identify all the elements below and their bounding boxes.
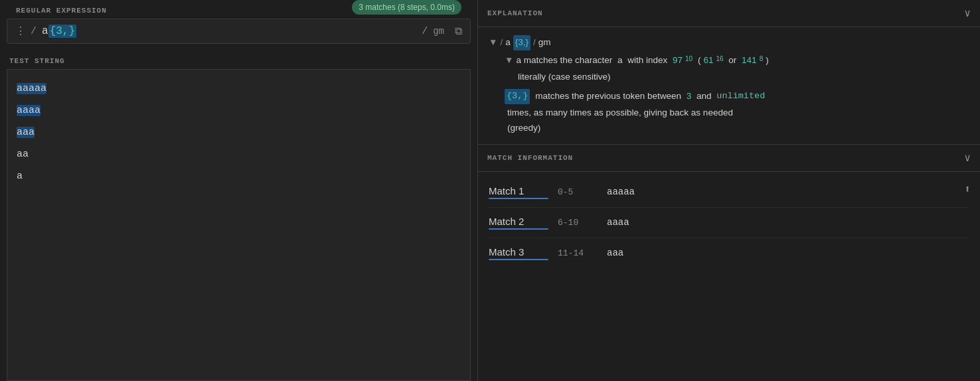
- exp-paren-open: (: [695, 53, 700, 68]
- share-icon[interactable]: ⬆: [964, 183, 971, 196]
- exp-matches-prev-text: matches the previous token between: [532, 89, 683, 104]
- explanation-header: EXPLANATION ∨: [478, 0, 980, 27]
- exp-num-3: 3: [687, 89, 692, 104]
- match-info-chevron[interactable]: ∨: [964, 151, 971, 165]
- exp-quantifier: {3,}: [513, 35, 531, 50]
- regex-content[interactable]: a{3,}: [42, 25, 416, 38]
- exp-regex-line: ▼ / a{3,} / gm: [489, 35, 969, 50]
- left-panel: REGULAR EXPRESSION 3 matches (8 steps, 0…: [0, 0, 478, 381]
- match-3-label: Match 3: [489, 246, 524, 258]
- exp-bracket-token: {3,}: [505, 89, 530, 104]
- test-line-4: aa: [17, 143, 461, 165]
- match-1-underline: [489, 198, 548, 199]
- exp-flags: gm: [538, 35, 551, 50]
- exp-index-61: 61: [703, 53, 713, 68]
- match-2-highlight: aaaa: [17, 105, 41, 116]
- exp-paren-close: ): [766, 53, 769, 68]
- regex-slash-open: /: [31, 26, 37, 37]
- match-1-label-wrapper: Match 1: [489, 185, 548, 199]
- match-item-3: Match 3 11-14 aaa: [489, 238, 969, 268]
- exp-quantifier-desc: {3,} matches the previous token between …: [505, 89, 969, 104]
- exp-literally-text: literally (case sensitive): [518, 72, 611, 82]
- regex-slash-close: /: [422, 26, 428, 37]
- exp-a-char: a: [617, 53, 623, 68]
- regex-menu-icon[interactable]: ⋮: [15, 25, 25, 38]
- match-1-highlight: aaaaa: [17, 83, 46, 94]
- exp-and-text: and: [694, 89, 714, 104]
- match-1-label: Match 1: [489, 185, 524, 196]
- exp-literally-line: literally (case sensitive): [505, 70, 969, 85]
- copy-button[interactable]: ⧉: [455, 25, 462, 38]
- explanation-title: EXPLANATION: [487, 9, 543, 17]
- exp-sub-16: 16: [716, 53, 723, 64]
- exp-sub-10: 10: [685, 53, 693, 64]
- regex-bar: ⋮ / a{3,} / gm ⧉: [7, 19, 471, 44]
- right-panel: EXPLANATION ∨ ▼ / a{3,} / gm ▼ a matches…: [478, 0, 980, 381]
- match-3-value: aaa: [607, 248, 623, 258]
- explanation-chevron[interactable]: ∨: [964, 7, 971, 20]
- exp-with-index-text: with index: [625, 53, 670, 68]
- matches-badge: 3 matches (8 steps, 0.0ms): [352, 0, 461, 15]
- test-line-5: a: [17, 165, 461, 187]
- match-items-container: ⬆ Match 1 0-5 aaaaa Match 2 6-10 aaaa: [478, 172, 980, 273]
- exp-slash2: /: [533, 35, 536, 50]
- exp-slash1: /: [500, 35, 503, 50]
- regex-section-label: REGULAR EXPRESSION: [7, 0, 116, 19]
- regex-quantifier: {3,}: [48, 25, 76, 38]
- exp-unlimited-text: unlimited: [716, 89, 765, 104]
- match-2-underline: [489, 228, 548, 230]
- exp-times-text: times, as many times as possible, giving…: [507, 108, 733, 117]
- match-info-section: MATCH INFORMATION ∨ ⬆ Match 1 0-5 aaaaa …: [478, 145, 980, 381]
- test-string-area[interactable]: aaaaa aaaa aaa aa a: [7, 69, 471, 381]
- match-3-label-wrapper: Match 3: [489, 246, 548, 260]
- exp-index-97: 97: [673, 53, 683, 68]
- match-3-highlight: aaa: [17, 127, 35, 138]
- match-item-2: Match 2 6-10 aaaa: [489, 208, 969, 238]
- exp-a-desc-line1: ▼ a matches the character a with index 9…: [505, 53, 969, 68]
- regex-flags[interactable]: gm: [433, 26, 444, 37]
- exp-sub-8: 8: [760, 53, 764, 64]
- match-2-value: aaaa: [607, 217, 629, 228]
- test-line-1: aaaaa: [17, 78, 461, 100]
- exp-arrow: ▼: [489, 35, 497, 50]
- exp-index-141: 141: [742, 53, 757, 68]
- exp-or-text: or: [726, 53, 740, 68]
- exp-sub-section: ▼ a matches the character a with index 9…: [489, 53, 969, 136]
- test-line-3: aaa: [17, 121, 461, 143]
- exp-char-a: a: [505, 35, 511, 50]
- exp-a-matches-text: a matches the character: [516, 53, 615, 68]
- test-section-label: TEST STRING: [0, 50, 477, 69]
- match-info-header: MATCH INFORMATION ∨: [478, 145, 980, 172]
- explanation-body: ▼ / a{3,} / gm ▼ a matches the character…: [478, 27, 980, 145]
- match-2-label-wrapper: Match 2: [489, 216, 548, 230]
- match-3-range: 11-14: [558, 248, 598, 258]
- exp-greedy-line1: times, as many times as possible, giving…: [505, 106, 969, 121]
- match-1-range: 0-5: [558, 187, 598, 197]
- exp-sub-arrow: ▼: [505, 53, 513, 68]
- match-item-1: Match 1 0-5 aaaaa: [489, 177, 969, 208]
- match-2-label: Match 2: [489, 216, 524, 227]
- regex-char-a: a: [42, 25, 48, 37]
- exp-greedy-text: (greedy): [507, 123, 540, 133]
- match-info-title: MATCH INFORMATION: [487, 154, 573, 162]
- match-2-range: 6-10: [558, 218, 598, 228]
- test-line-2: aaaa: [17, 100, 461, 121]
- exp-greedy-line2: (greedy): [505, 121, 969, 136]
- match-1-value: aaaaa: [607, 187, 635, 197]
- match-3-underline: [489, 259, 548, 260]
